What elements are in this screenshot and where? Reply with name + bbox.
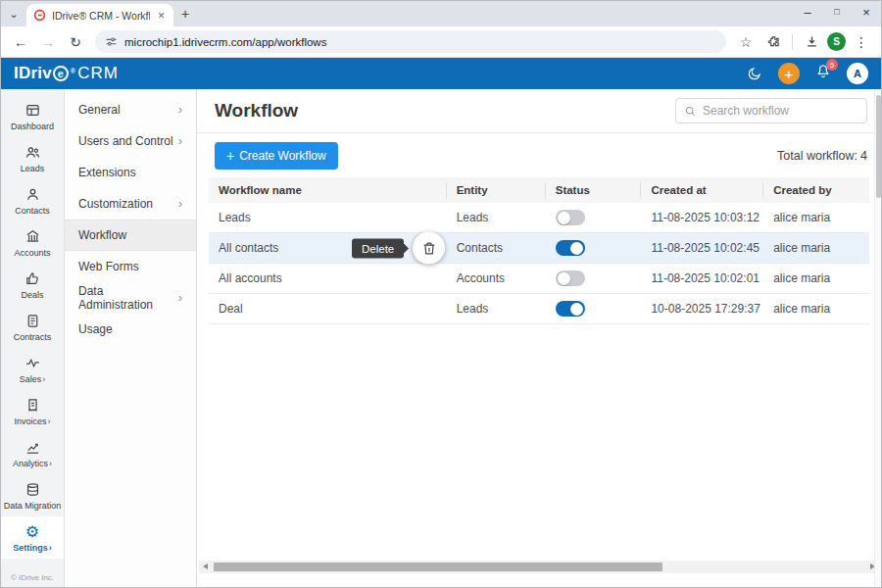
accounts-icon xyxy=(24,228,41,245)
submenu-item-customization[interactable]: Customization › xyxy=(65,188,196,220)
sidebar-label: Invoices xyxy=(14,416,46,426)
search-workflow-box[interactable] xyxy=(675,98,867,123)
new-tab-button[interactable]: + xyxy=(173,3,197,24)
back-icon[interactable]: ← xyxy=(9,30,32,54)
row-hover-actions: Delete xyxy=(352,232,445,265)
entity-cell: Leads xyxy=(447,211,546,224)
idrive-crm-logo[interactable]: IDrive®CRM xyxy=(14,64,119,83)
delete-button[interactable] xyxy=(413,232,445,265)
minimize-button[interactable]: – xyxy=(793,1,822,23)
status-toggle[interactable] xyxy=(556,270,585,286)
submenu-item-workflow[interactable]: Workflow xyxy=(65,220,196,251)
submenu-item-general[interactable]: General › xyxy=(65,94,196,125)
sidebar-item-leads[interactable]: Leads xyxy=(1,137,64,179)
created-by-cell: alice maria xyxy=(763,241,869,255)
toggle-knob xyxy=(558,272,570,285)
sidebar-item-contacts[interactable]: Contacts xyxy=(1,179,64,221)
toggle-knob xyxy=(570,303,583,316)
table-row[interactable]: All accounts Accounts 11-08-2025 10:02:0… xyxy=(209,264,869,294)
sidebar-label: Contracts xyxy=(14,332,52,342)
submenu-item-usage[interactable]: Usage xyxy=(65,314,196,345)
contacts-icon xyxy=(24,186,41,203)
created-at-cell: 11-08-2025 10:03:12 xyxy=(641,211,763,224)
url-text[interactable]: microchip1.idrivecrm.com/app/workflows xyxy=(124,36,326,48)
workflow-name-cell: Deal xyxy=(209,302,447,316)
create-workflow-button[interactable]: + Create Workflow xyxy=(215,142,338,170)
maximize-button[interactable]: □ xyxy=(822,1,852,23)
app-body: Dashboard Leads Contacts Accounts Deals … xyxy=(1,89,881,587)
submenu-item-data-administration[interactable]: Data Administration › xyxy=(65,282,196,314)
notifications-button[interactable]: 5 xyxy=(815,64,831,83)
user-avatar[interactable]: A xyxy=(847,63,868,84)
trash-icon xyxy=(421,240,437,256)
workflow-toolbar: + Create Workflow Total workflow:4 xyxy=(197,133,881,177)
sidebar-item-invoices[interactable]: Invoices› xyxy=(1,390,64,432)
status-toggle[interactable] xyxy=(556,301,585,317)
close-button[interactable]: × xyxy=(852,1,881,23)
sidebar-item-deals[interactable]: Deals xyxy=(1,264,64,306)
vertical-scrollbar-thumb[interactable] xyxy=(876,95,881,198)
sidebar-label: Deals xyxy=(21,290,43,300)
scroll-left-arrow-icon[interactable] xyxy=(203,564,208,569)
browser-tab[interactable]: IDrive® CRM - Workflow × xyxy=(26,4,173,26)
total-label: Total workflow: xyxy=(777,149,858,163)
submenu-label: Customization xyxy=(78,197,153,211)
column-header-created-by: Created by xyxy=(763,182,869,198)
dark-mode-moon-icon[interactable] xyxy=(747,66,762,81)
status-toggle[interactable] xyxy=(556,240,585,256)
sidebar-label: Analytics xyxy=(13,459,48,468)
url-bar[interactable]: microchip1.idrivecrm.com/app/workflows xyxy=(95,30,726,53)
vertical-scrollbar[interactable] xyxy=(874,89,881,587)
refresh-icon[interactable]: ↻ xyxy=(64,30,87,54)
submenu-item-users-and-control[interactable]: Users and Control › xyxy=(65,125,196,157)
workflow-name-cell: All accounts xyxy=(209,271,447,285)
forward-icon[interactable]: → xyxy=(36,30,60,54)
status-toggle[interactable] xyxy=(556,210,585,225)
browser-navbar: ← → ↻ microchip1.idrivecrm.com/app/workf… xyxy=(1,26,881,58)
dashboard-icon xyxy=(24,102,41,119)
bookmark-star-icon[interactable]: ☆ xyxy=(734,30,758,54)
created-by-cell: alice maria xyxy=(763,211,869,224)
submenu-label: Web Forms xyxy=(78,260,139,273)
submenu-label: General xyxy=(78,103,121,117)
browser-window: ⌄ IDrive® CRM - Workflow × + – □ × ← → ↻… xyxy=(0,0,882,588)
deals-icon xyxy=(24,270,41,287)
tab-strip: ⌄ IDrive® CRM - Workflow × + – □ × xyxy=(1,1,881,26)
toggle-knob xyxy=(570,242,583,255)
created-at-cell: 11-08-2025 10:02:45 xyxy=(641,241,763,255)
sidebar-item-analytics[interactable]: Analytics› xyxy=(1,432,64,474)
sidebar-item-accounts[interactable]: Accounts xyxy=(1,221,64,264)
table-row[interactable]: Deal Leads 10-08-2025 17:29:37 alice mar… xyxy=(209,294,869,324)
submenu-item-web-forms[interactable]: Web Forms xyxy=(65,251,196,282)
entity-cell: Accounts xyxy=(447,271,546,285)
total-value: 4 xyxy=(860,149,867,163)
chevron-right-icon: › xyxy=(49,543,52,553)
browser-menu-icon[interactable]: ⋮ xyxy=(850,30,873,54)
submenu-item-extensions[interactable]: Extensions xyxy=(65,157,196,188)
sidebar-label: Dashboard xyxy=(11,122,54,131)
created-at-cell: 11-08-2025 10:02:01 xyxy=(641,271,763,285)
gear-icon: ⚙ xyxy=(25,523,39,540)
quick-add-button[interactable]: + xyxy=(778,63,800,84)
chevron-right-icon: › xyxy=(42,374,45,384)
sidebar-item-contracts[interactable]: Contracts xyxy=(1,306,64,348)
horizontal-scrollbar-thumb[interactable] xyxy=(214,563,662,571)
sidebar-item-data-migration[interactable]: Data Migration xyxy=(1,474,64,516)
sidebar-label: Sales xyxy=(20,374,42,384)
tab-search-chevron-icon[interactable]: ⌄ xyxy=(1,3,26,24)
search-input[interactable] xyxy=(703,104,858,118)
submenu-label: Usage xyxy=(78,322,113,336)
invoices-icon xyxy=(24,397,41,414)
create-workflow-label: Create Workflow xyxy=(239,149,325,163)
table-row[interactable]: Leads Leads 11-08-2025 10:03:12 alice ma… xyxy=(209,203,869,233)
site-settings-icon[interactable] xyxy=(105,35,118,48)
browser-profile-avatar[interactable]: S xyxy=(827,32,846,51)
table-row[interactable]: All contacts Delete Contacts 11-08-2025 … xyxy=(209,233,869,264)
tab-close-icon[interactable]: × xyxy=(156,9,167,23)
horizontal-scrollbar[interactable] xyxy=(199,561,879,573)
sidebar-item-dashboard[interactable]: Dashboard xyxy=(1,95,64,137)
sidebar-item-sales[interactable]: Sales› xyxy=(1,348,64,390)
download-icon[interactable] xyxy=(800,30,823,54)
sidebar-item-settings[interactable]: ⚙ Settings› xyxy=(1,516,64,559)
extensions-icon[interactable] xyxy=(761,30,785,54)
